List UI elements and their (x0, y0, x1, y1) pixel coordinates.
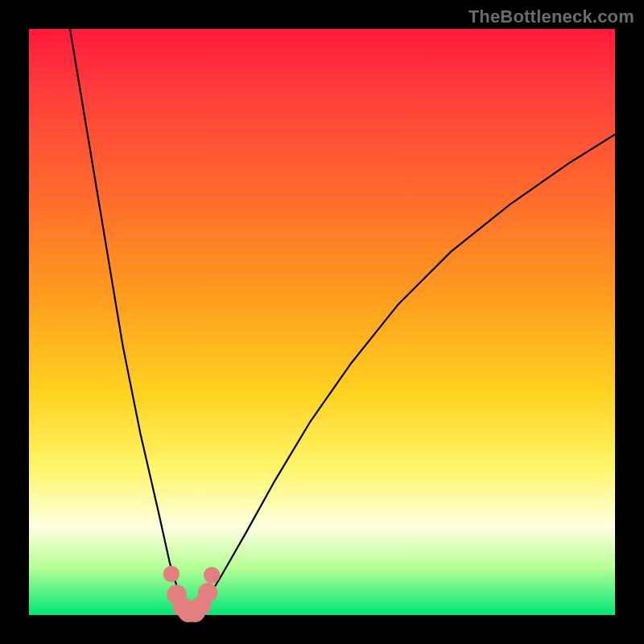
chart-svg (29, 29, 615, 615)
marker-dot (163, 566, 180, 582)
curve-right-branch (196, 134, 615, 613)
watermark-text: TheBottleneck.com (469, 6, 634, 27)
chart-plot-area (29, 29, 615, 615)
curve-left-branch (70, 29, 188, 613)
marker-dot (204, 567, 220, 583)
marker-dot (198, 583, 217, 602)
curve-markers (163, 566, 221, 622)
chart-frame: TheBottleneck.com (0, 0, 644, 644)
